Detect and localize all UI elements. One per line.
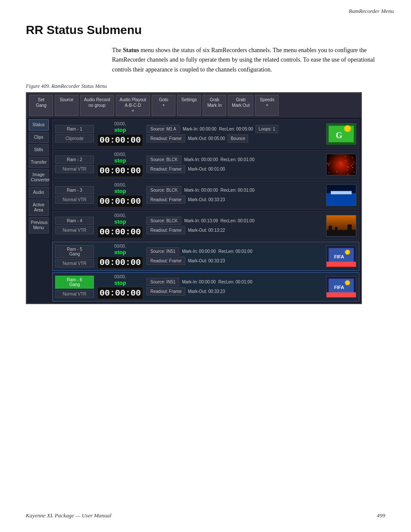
ram-name-btn-2[interactable]: Ram - 3 bbox=[55, 186, 94, 194]
ram-source-btn-1[interactable]: Source: BLCK bbox=[146, 156, 181, 164]
sidebar-item-4[interactable]: Image Converter bbox=[29, 169, 49, 186]
ram-mode-btn-5[interactable]: Normal VTR bbox=[55, 290, 94, 298]
ram-name-btn-1[interactable]: Ram - 2 bbox=[55, 156, 94, 164]
toolbar-btn-5[interactable]: Settings bbox=[177, 95, 201, 115]
ram-status-5: 00/00, bbox=[114, 274, 126, 279]
ram-source-btn-5[interactable]: Source: IN51 bbox=[146, 278, 179, 286]
ram-thumb-1 bbox=[326, 154, 356, 175]
ram-row-0: Ram - 1Clipmode00/00,stop00:00:00Source:… bbox=[52, 119, 359, 149]
ram-markin-5: Mark-In: 00:00:00 bbox=[182, 280, 215, 284]
ram-mode-btn-3[interactable]: Normal VTR bbox=[55, 226, 94, 234]
sidebar-item-5[interactable]: Audio bbox=[29, 187, 49, 198]
ram-timecode-1: 00:00:00 bbox=[97, 165, 143, 177]
rr-main: Ram - 1Clipmode00/00,stop00:00:00Source:… bbox=[50, 118, 361, 303]
ram-readout-btn-1[interactable]: Readout: Frame bbox=[146, 165, 185, 173]
toolbar-btn-2[interactable]: Audio Record no group bbox=[80, 95, 114, 115]
ram-mode-btn-2[interactable]: Normal VTR bbox=[55, 196, 94, 204]
ram-markin-2: Mark-In: 00:00:00 bbox=[184, 188, 218, 193]
ram-timecode-0: 00:00:00 bbox=[97, 134, 143, 146]
header-title: RamRecorder Menu bbox=[349, 8, 394, 14]
ram-markin-4: Mark-In: 00:00:00 bbox=[182, 249, 215, 254]
ram-thumb-4 bbox=[326, 246, 356, 267]
ram-markin-0: Mark-In: 00:00:00 bbox=[183, 127, 216, 131]
rr-status-ui: Set GangSourceAudio Record no groupAudio… bbox=[26, 92, 362, 304]
toolbar-btn-3[interactable]: Audio Playout A-B-C-D bbox=[116, 95, 150, 115]
ram-row-1: Ram - 2Normal VTR00/00,stop00:00:00Sourc… bbox=[52, 150, 359, 179]
ram-source-btn-3[interactable]: Source: BLCK bbox=[146, 217, 181, 225]
ram-stop-3: stop bbox=[114, 218, 126, 225]
ram-stop-2: stop bbox=[114, 188, 126, 194]
sidebar-item-7[interactable]: Previous Menu bbox=[29, 217, 49, 233]
sidebar-item-6[interactable]: Active Area bbox=[29, 199, 49, 216]
intro-text: The Status menu shows the status of six … bbox=[112, 46, 379, 75]
ram-status-2: 00/00, bbox=[114, 183, 126, 187]
ram-status-4: 00/00, bbox=[114, 244, 126, 249]
ram-name-btn-5[interactable]: Ram - 6 Gang bbox=[55, 276, 94, 289]
ram-markin-3: Mark-In: 00:13:09 bbox=[184, 218, 218, 223]
page-footer: Kayenne XL Package — User Manual 499 bbox=[26, 512, 385, 519]
ram-timecode-5: 00:00:00 bbox=[97, 287, 143, 299]
page-title: RR Status Submenu bbox=[26, 23, 385, 37]
toolbar-btn-0[interactable]: Set Gang bbox=[29, 95, 53, 115]
sidebar-item-3[interactable]: Transfer bbox=[29, 157, 49, 168]
ram-stop-1: stop bbox=[114, 157, 126, 164]
ram-status-3: 00/00, bbox=[114, 213, 126, 218]
ram-stop-0: stop bbox=[114, 127, 126, 133]
ram-markout-1: Mark-Out: 00:01:00 bbox=[188, 167, 225, 171]
ram-markout-0: Mark-Out: 00:05:00 bbox=[188, 136, 225, 141]
ram-reclen-2: RecLen: 00:01:00 bbox=[221, 188, 255, 193]
ram-row-5: Ram - 6 GangNormal VTR00/00,stop00:00:00… bbox=[52, 272, 359, 302]
ram-status-0: 00/00, bbox=[114, 121, 126, 126]
toolbar-btn-6[interactable]: Grab Mark In bbox=[202, 95, 226, 115]
ram-mode-btn-1[interactable]: Normal VTR bbox=[55, 165, 94, 173]
rr-sidebar: StatusClipsStillsTransferImage Converter… bbox=[27, 118, 50, 303]
ram-thumb-0 bbox=[326, 123, 356, 145]
ram-markin-1: Mark-In: 00:00:00 bbox=[184, 157, 218, 162]
ram-markout-2: Mark-Out: 00:33:23 bbox=[188, 197, 225, 202]
sidebar-item-2[interactable]: Stills bbox=[29, 144, 49, 156]
ram-loops-btn-0[interactable]: Loops: 1 bbox=[255, 125, 278, 133]
ram-timecode-3: 00:00:00 bbox=[97, 226, 143, 238]
ram-row-4: Ram - 5 GangNormal VTR00/00,stop00:00:00… bbox=[52, 242, 359, 271]
ram-thumb-2 bbox=[326, 184, 356, 206]
intro-prefix: The bbox=[112, 47, 123, 53]
ram-thumb-3 bbox=[326, 215, 356, 236]
ram-markout-5: Mark-Out: 00:33:23 bbox=[188, 289, 225, 294]
toolbar-btn-7[interactable]: Grab Mark Out bbox=[228, 95, 253, 115]
ram-mode-btn-0[interactable]: Clipmode bbox=[55, 134, 94, 143]
ram-source-btn-0[interactable]: Source: M1 A bbox=[146, 125, 180, 133]
ram-name-btn-3[interactable]: Ram - 4 bbox=[55, 217, 94, 225]
ram-name-btn-0[interactable]: Ram - 1 bbox=[55, 125, 94, 133]
toolbar-btn-8[interactable]: Speeds bbox=[255, 95, 279, 115]
ram-reclen-1: RecLen: 00:01:00 bbox=[221, 157, 255, 162]
ram-readout-btn-0[interactable]: Readout: Frame bbox=[146, 134, 185, 143]
ram-readout-btn-5[interactable]: Readout: Frame bbox=[146, 287, 185, 296]
ram-row-3: Ram - 4Normal VTR00/00,stop00:00:00Sourc… bbox=[52, 211, 359, 240]
ram-reclen-4: RecLen: 00:01:00 bbox=[218, 249, 252, 254]
footer-left: Kayenne XL Package — User Manual bbox=[26, 512, 112, 519]
ram-markout-3: Mark-Out: 00:13:22 bbox=[188, 228, 225, 233]
ram-row-2: Ram - 3Normal VTR00/00,stop00:00:00Sourc… bbox=[52, 180, 359, 210]
ram-bounce-btn-0[interactable]: Bounce bbox=[227, 134, 248, 143]
ram-readout-btn-4[interactable]: Readout: Frame bbox=[146, 257, 185, 265]
ram-mode-btn-4[interactable]: Normal VTR bbox=[55, 259, 94, 268]
ram-readout-btn-3[interactable]: Readout: Frame bbox=[146, 226, 185, 234]
ram-markout-4: Mark-Out: 00:33:23 bbox=[188, 258, 225, 263]
rr-body: StatusClipsStillsTransferImage Converter… bbox=[27, 118, 361, 303]
ram-reclen-5: RecLen: 00:01:00 bbox=[218, 280, 252, 284]
ram-timecode-4: 00:00:00 bbox=[97, 256, 143, 269]
footer-right: 499 bbox=[377, 512, 386, 519]
ram-source-btn-2[interactable]: Source: BLCK bbox=[146, 186, 181, 194]
intro-keyword: Status bbox=[123, 47, 139, 53]
ram-readout-btn-2[interactable]: Readout: Frame bbox=[146, 196, 185, 204]
ram-status-1: 00/00, bbox=[114, 152, 126, 157]
sidebar-item-1[interactable]: Clips bbox=[29, 132, 49, 143]
ram-name-btn-4[interactable]: Ram - 5 Gang bbox=[55, 245, 94, 258]
sidebar-item-0[interactable]: Status bbox=[29, 119, 49, 131]
ram-source-btn-4[interactable]: Source: IN51 bbox=[146, 247, 179, 255]
ram-stop-5: stop bbox=[114, 280, 126, 286]
rr-toolbar: Set GangSourceAudio Record no groupAudio… bbox=[27, 93, 361, 117]
ram-reclen-0: RecLen: 00:05:00 bbox=[219, 127, 253, 131]
toolbar-btn-4[interactable]: Goto bbox=[152, 95, 175, 115]
toolbar-btn-1[interactable]: Source bbox=[55, 95, 78, 115]
